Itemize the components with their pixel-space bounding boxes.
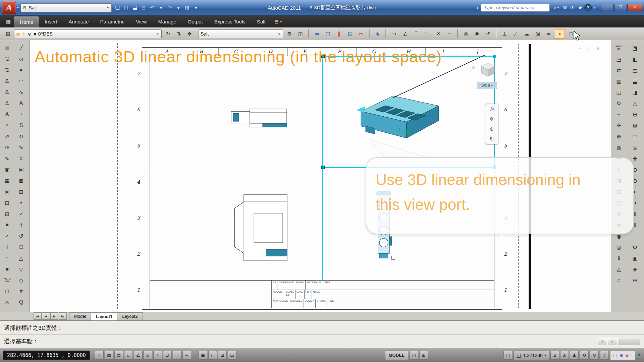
- annotation-button[interactable]: ⊿: [550, 351, 559, 360]
- palette-tool-button[interactable]: ⌁: [613, 109, 625, 119]
- help-caret-icon[interactable]: ▾: [594, 6, 595, 9]
- palette-tool-button[interactable]: ✓: [15, 209, 27, 219]
- ribbon-tab[interactable]: Manage: [152, 15, 182, 27]
- palette-tool-button[interactable]: ⊡: [1, 198, 13, 208]
- quick-view-button[interactable]: ⊞: [419, 351, 428, 360]
- navigation-tool[interactable]: ↻: [490, 136, 494, 142]
- palette-tool-button[interactable]: ≀: [15, 109, 27, 119]
- quick-access-button[interactable]: ↶: [148, 3, 156, 12]
- layout-nav-button[interactable]: |◀: [34, 312, 42, 320]
- palette-tool-button[interactable]: AUTO DIM: [1, 275, 13, 285]
- search-button[interactable]: ⌕ ▾: [552, 4, 560, 12]
- palette-tool-button[interactable]: □: [15, 242, 27, 252]
- status-up-icon[interactable]: ⇧: [600, 351, 609, 360]
- palette-tool-button[interactable]: ✎: [1, 154, 13, 164]
- ribbon-tab[interactable]: Parametric: [95, 15, 130, 27]
- palette-tool-button[interactable]: ●: [15, 65, 27, 75]
- toolbar-button[interactable]: ✂: [356, 29, 366, 39]
- palette-tool-button[interactable]: ■: [1, 264, 13, 274]
- palette-tool-button[interactable]: ▥: [613, 76, 625, 86]
- palette-tool-button[interactable]: ⊕: [613, 131, 625, 141]
- toolbar-button[interactable]: ⇋: [312, 29, 322, 39]
- palette-tool-button[interactable]: ◊: [15, 154, 27, 164]
- ribbon-tab[interactable]: Home: [14, 16, 39, 27]
- annotation-scale-control[interactable]: ◱ 1.221238 ▾: [514, 351, 549, 360]
- status-toggle-button[interactable]: ∠: [134, 351, 143, 360]
- palette-tool-button[interactable]: A: [15, 98, 27, 108]
- infocenter-icon[interactable]: ★: [578, 5, 582, 11]
- toolbar-button[interactable]: ⚙: [284, 29, 294, 39]
- palette-tool-button[interactable]: ▽: [15, 264, 27, 274]
- navigation-tool[interactable]: ◎: [489, 106, 494, 112]
- palette-tool-button[interactable]: ALL LAY: [1, 54, 13, 64]
- infocenter-icon[interactable]: ⚒: [562, 5, 567, 11]
- palette-tool-button[interactable]: A: [1, 109, 13, 119]
- layout-nav-button[interactable]: ▶: [50, 312, 58, 320]
- palette-tool-button[interactable]: ○: [1, 253, 13, 263]
- viewport-grip[interactable]: [493, 55, 496, 58]
- layout-nav-button[interactable]: ◀: [42, 312, 50, 320]
- palette-tool-button[interactable]: ⊙: [15, 54, 27, 64]
- maximize-button[interactable]: ❐: [614, 4, 627, 11]
- quick-access-button[interactable]: ▾: [157, 3, 165, 12]
- palette-tool-button[interactable]: ◫: [613, 87, 625, 97]
- palette-tool-button[interactable]: SET LAY: [1, 65, 13, 75]
- status-toggle-button[interactable]: ⊙: [144, 351, 152, 360]
- palette-tool-button[interactable]: ⋈: [15, 165, 27, 175]
- help-button[interactable]: ?: [584, 4, 592, 11]
- palette-tool-button[interactable]: ↺: [1, 142, 13, 153]
- palette-tool-button[interactable]: ◈: [629, 264, 641, 274]
- palette-tool-button[interactable]: ✛: [613, 120, 625, 130]
- palette-tool-button[interactable]: ◌: [629, 231, 641, 241]
- tray-icon[interactable]: ▫: [631, 353, 633, 358]
- palette-tool-button[interactable]: ⬔: [629, 43, 641, 53]
- status-toggle-button[interactable]: ∟: [124, 351, 133, 360]
- quick-access-button[interactable]: ⊟: [140, 3, 148, 12]
- infocenter-icon[interactable]: ✇: [570, 5, 575, 11]
- toolbar-button[interactable]: ✺: [472, 29, 482, 39]
- command-scroll-right-icon[interactable]: ▸: [608, 338, 617, 345]
- layout-nav-button[interactable]: ▶|: [59, 312, 67, 320]
- palette-tool-button[interactable]: ◬: [613, 264, 625, 274]
- tool-palette-icon[interactable]: ▦: [3, 15, 14, 27]
- palette-tool-button[interactable]: ▤: [629, 65, 641, 75]
- toolbar-button[interactable]: ⊸: [389, 29, 399, 39]
- layout-tab[interactable]: Layout1: [91, 312, 117, 320]
- palette-tool-button[interactable]: ◇: [15, 275, 27, 285]
- close-button[interactable]: ✕: [627, 4, 642, 11]
- status-toggle-button[interactable]: ▤: [114, 351, 123, 360]
- status-toggle-button[interactable]: ⊡: [228, 351, 236, 360]
- quick-access-button[interactable]: ▾: [174, 3, 182, 12]
- doc-close-icon[interactable]: ✕: [595, 46, 601, 51]
- palette-tool-button[interactable]: ■: [1, 220, 13, 230]
- doc-restore-icon[interactable]: ❐: [585, 46, 592, 51]
- palette-tool-button[interactable]: ⇲: [629, 142, 641, 153]
- palette-tool-button[interactable]: ◎: [613, 242, 625, 252]
- palette-tool-button[interactable]: ✓: [1, 231, 13, 241]
- palette-tool-button[interactable]: ✛: [1, 242, 13, 252]
- ribbon-tab[interactable]: Annotate: [63, 15, 95, 27]
- quick-access-button[interactable]: ⬓: [131, 3, 139, 12]
- palette-tool-button[interactable]: ◧: [629, 54, 641, 64]
- palette-tool-button[interactable]: ▣: [1, 165, 13, 175]
- palette-tool-button[interactable]: ◨: [629, 87, 641, 97]
- quick-access-button[interactable]: ↷: [166, 3, 174, 12]
- quick-access-button[interactable]: ▾: [192, 3, 200, 12]
- palette-tool-button[interactable]: ▣: [629, 253, 641, 263]
- toolbar-workspace-combo[interactable]: Salt ▾: [199, 29, 283, 38]
- layout-tab[interactable]: Layout2: [117, 312, 143, 320]
- clean-screen-button[interactable]: ▢: [503, 351, 512, 360]
- status-toggle-button[interactable]: ▦: [105, 351, 113, 360]
- layer-tool-button[interactable]: ↻: [163, 29, 173, 39]
- toolbar-button[interactable]: ∘: [555, 29, 565, 39]
- command-prompt-line[interactable]: 選擇基準點： ◂ ▸: [0, 335, 644, 348]
- palette-tool-button[interactable]: ✛: [15, 220, 27, 230]
- palette-tool-button[interactable]: Q: [15, 297, 27, 307]
- layer-dialog-icon[interactable]: ▦: [3, 29, 13, 39]
- palette-tool-button[interactable]: ∿: [15, 87, 27, 97]
- minimize-button[interactable]: ─: [601, 4, 614, 11]
- command-scroll-grip[interactable]: [618, 338, 640, 345]
- command-line-window[interactable]: 選擇欲標註之3D實體： 選擇基準點： ◂ ▸: [0, 320, 644, 348]
- palette-tool-button[interactable]: ≣: [1, 43, 13, 53]
- palette-tool-button[interactable]: ⋈: [1, 187, 13, 197]
